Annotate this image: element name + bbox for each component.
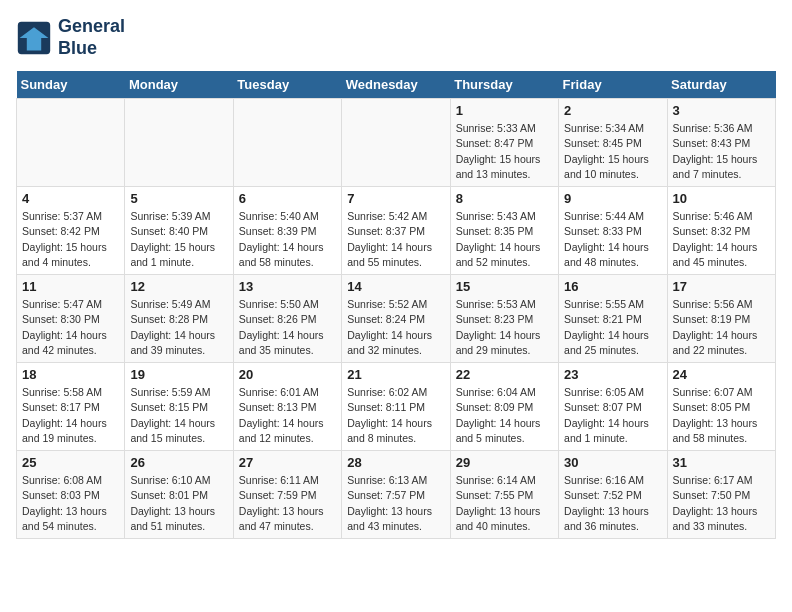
day-cell: 9Sunrise: 5:44 AM Sunset: 8:33 PM Daylig…	[559, 187, 667, 275]
day-number: 9	[564, 191, 661, 206]
day-cell	[125, 99, 233, 187]
day-info: Sunrise: 6:07 AM Sunset: 8:05 PM Dayligh…	[673, 385, 770, 446]
day-number: 10	[673, 191, 770, 206]
day-info: Sunrise: 6:14 AM Sunset: 7:55 PM Dayligh…	[456, 473, 553, 534]
day-info: Sunrise: 5:46 AM Sunset: 8:32 PM Dayligh…	[673, 209, 770, 270]
day-number: 5	[130, 191, 227, 206]
day-number: 2	[564, 103, 661, 118]
day-cell: 15Sunrise: 5:53 AM Sunset: 8:23 PM Dayli…	[450, 275, 558, 363]
day-info: Sunrise: 5:44 AM Sunset: 8:33 PM Dayligh…	[564, 209, 661, 270]
day-cell: 8Sunrise: 5:43 AM Sunset: 8:35 PM Daylig…	[450, 187, 558, 275]
day-cell: 17Sunrise: 5:56 AM Sunset: 8:19 PM Dayli…	[667, 275, 775, 363]
day-number: 27	[239, 455, 336, 470]
day-number: 16	[564, 279, 661, 294]
week-row-4: 18Sunrise: 5:58 AM Sunset: 8:17 PM Dayli…	[17, 363, 776, 451]
day-number: 17	[673, 279, 770, 294]
day-info: Sunrise: 6:13 AM Sunset: 7:57 PM Dayligh…	[347, 473, 444, 534]
day-number: 11	[22, 279, 119, 294]
day-cell: 5Sunrise: 5:39 AM Sunset: 8:40 PM Daylig…	[125, 187, 233, 275]
day-cell: 13Sunrise: 5:50 AM Sunset: 8:26 PM Dayli…	[233, 275, 341, 363]
day-number: 6	[239, 191, 336, 206]
day-number: 20	[239, 367, 336, 382]
day-cell: 22Sunrise: 6:04 AM Sunset: 8:09 PM Dayli…	[450, 363, 558, 451]
day-cell: 21Sunrise: 6:02 AM Sunset: 8:11 PM Dayli…	[342, 363, 450, 451]
day-number: 1	[456, 103, 553, 118]
calendar-table: SundayMondayTuesdayWednesdayThursdayFrid…	[16, 71, 776, 539]
day-info: Sunrise: 5:33 AM Sunset: 8:47 PM Dayligh…	[456, 121, 553, 182]
day-cell: 14Sunrise: 5:52 AM Sunset: 8:24 PM Dayli…	[342, 275, 450, 363]
day-info: Sunrise: 5:50 AM Sunset: 8:26 PM Dayligh…	[239, 297, 336, 358]
day-info: Sunrise: 5:43 AM Sunset: 8:35 PM Dayligh…	[456, 209, 553, 270]
day-info: Sunrise: 6:05 AM Sunset: 8:07 PM Dayligh…	[564, 385, 661, 446]
day-info: Sunrise: 5:37 AM Sunset: 8:42 PM Dayligh…	[22, 209, 119, 270]
day-info: Sunrise: 5:34 AM Sunset: 8:45 PM Dayligh…	[564, 121, 661, 182]
day-number: 8	[456, 191, 553, 206]
day-number: 22	[456, 367, 553, 382]
day-info: Sunrise: 5:36 AM Sunset: 8:43 PM Dayligh…	[673, 121, 770, 182]
day-number: 29	[456, 455, 553, 470]
column-header-saturday: Saturday	[667, 71, 775, 99]
day-cell: 12Sunrise: 5:49 AM Sunset: 8:28 PM Dayli…	[125, 275, 233, 363]
day-number: 4	[22, 191, 119, 206]
day-number: 3	[673, 103, 770, 118]
day-number: 30	[564, 455, 661, 470]
day-info: Sunrise: 5:53 AM Sunset: 8:23 PM Dayligh…	[456, 297, 553, 358]
week-row-5: 25Sunrise: 6:08 AM Sunset: 8:03 PM Dayli…	[17, 451, 776, 539]
column-header-tuesday: Tuesday	[233, 71, 341, 99]
day-cell: 29Sunrise: 6:14 AM Sunset: 7:55 PM Dayli…	[450, 451, 558, 539]
day-cell: 1Sunrise: 5:33 AM Sunset: 8:47 PM Daylig…	[450, 99, 558, 187]
day-info: Sunrise: 5:59 AM Sunset: 8:15 PM Dayligh…	[130, 385, 227, 446]
day-cell: 28Sunrise: 6:13 AM Sunset: 7:57 PM Dayli…	[342, 451, 450, 539]
day-cell	[17, 99, 125, 187]
day-info: Sunrise: 6:11 AM Sunset: 7:59 PM Dayligh…	[239, 473, 336, 534]
day-cell: 6Sunrise: 5:40 AM Sunset: 8:39 PM Daylig…	[233, 187, 341, 275]
column-header-monday: Monday	[125, 71, 233, 99]
day-cell: 10Sunrise: 5:46 AM Sunset: 8:32 PM Dayli…	[667, 187, 775, 275]
day-cell: 4Sunrise: 5:37 AM Sunset: 8:42 PM Daylig…	[17, 187, 125, 275]
day-number: 19	[130, 367, 227, 382]
day-info: Sunrise: 5:58 AM Sunset: 8:17 PM Dayligh…	[22, 385, 119, 446]
calendar-header: SundayMondayTuesdayWednesdayThursdayFrid…	[17, 71, 776, 99]
logo: General Blue	[16, 16, 125, 59]
week-row-3: 11Sunrise: 5:47 AM Sunset: 8:30 PM Dayli…	[17, 275, 776, 363]
day-cell: 30Sunrise: 6:16 AM Sunset: 7:52 PM Dayli…	[559, 451, 667, 539]
day-cell: 3Sunrise: 5:36 AM Sunset: 8:43 PM Daylig…	[667, 99, 775, 187]
day-info: Sunrise: 6:02 AM Sunset: 8:11 PM Dayligh…	[347, 385, 444, 446]
day-info: Sunrise: 6:08 AM Sunset: 8:03 PM Dayligh…	[22, 473, 119, 534]
day-number: 24	[673, 367, 770, 382]
column-header-sunday: Sunday	[17, 71, 125, 99]
day-cell: 31Sunrise: 6:17 AM Sunset: 7:50 PM Dayli…	[667, 451, 775, 539]
day-cell	[233, 99, 341, 187]
day-number: 14	[347, 279, 444, 294]
day-info: Sunrise: 5:47 AM Sunset: 8:30 PM Dayligh…	[22, 297, 119, 358]
day-number: 26	[130, 455, 227, 470]
day-info: Sunrise: 6:16 AM Sunset: 7:52 PM Dayligh…	[564, 473, 661, 534]
week-row-2: 4Sunrise: 5:37 AM Sunset: 8:42 PM Daylig…	[17, 187, 776, 275]
day-info: Sunrise: 6:17 AM Sunset: 7:50 PM Dayligh…	[673, 473, 770, 534]
day-cell: 26Sunrise: 6:10 AM Sunset: 8:01 PM Dayli…	[125, 451, 233, 539]
day-info: Sunrise: 5:55 AM Sunset: 8:21 PM Dayligh…	[564, 297, 661, 358]
day-number: 18	[22, 367, 119, 382]
day-cell: 27Sunrise: 6:11 AM Sunset: 7:59 PM Dayli…	[233, 451, 341, 539]
header-row: SundayMondayTuesdayWednesdayThursdayFrid…	[17, 71, 776, 99]
day-cell: 20Sunrise: 6:01 AM Sunset: 8:13 PM Dayli…	[233, 363, 341, 451]
day-info: Sunrise: 6:10 AM Sunset: 8:01 PM Dayligh…	[130, 473, 227, 534]
day-cell: 11Sunrise: 5:47 AM Sunset: 8:30 PM Dayli…	[17, 275, 125, 363]
week-row-1: 1Sunrise: 5:33 AM Sunset: 8:47 PM Daylig…	[17, 99, 776, 187]
day-info: Sunrise: 5:42 AM Sunset: 8:37 PM Dayligh…	[347, 209, 444, 270]
day-info: Sunrise: 5:49 AM Sunset: 8:28 PM Dayligh…	[130, 297, 227, 358]
day-number: 23	[564, 367, 661, 382]
day-number: 12	[130, 279, 227, 294]
day-number: 31	[673, 455, 770, 470]
day-cell: 16Sunrise: 5:55 AM Sunset: 8:21 PM Dayli…	[559, 275, 667, 363]
day-info: Sunrise: 5:52 AM Sunset: 8:24 PM Dayligh…	[347, 297, 444, 358]
day-info: Sunrise: 5:40 AM Sunset: 8:39 PM Dayligh…	[239, 209, 336, 270]
day-number: 28	[347, 455, 444, 470]
page-header: General Blue	[16, 16, 776, 59]
day-info: Sunrise: 6:01 AM Sunset: 8:13 PM Dayligh…	[239, 385, 336, 446]
day-number: 7	[347, 191, 444, 206]
column-header-thursday: Thursday	[450, 71, 558, 99]
logo-text: General Blue	[58, 16, 125, 59]
day-number: 25	[22, 455, 119, 470]
day-cell: 23Sunrise: 6:05 AM Sunset: 8:07 PM Dayli…	[559, 363, 667, 451]
